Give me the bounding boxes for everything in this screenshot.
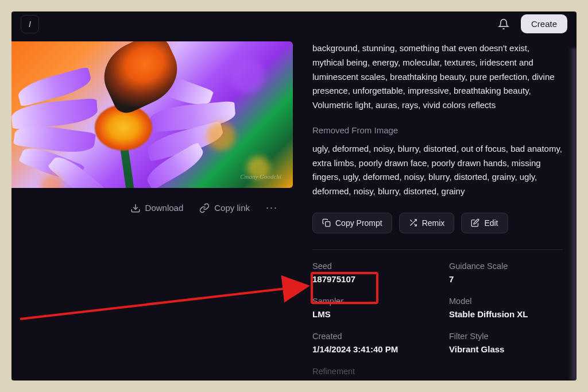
meta-refinement: Refinement — [312, 367, 426, 376]
svg-line-4 — [410, 220, 412, 222]
meta-guidance: Guidance Scale 7 — [449, 262, 563, 284]
meta-seed-label: Seed — [312, 262, 426, 271]
meta-filter: Filter Style Vibrant Glass — [449, 332, 563, 354]
meta-seed-value: 187975107 — [312, 274, 426, 284]
divider — [312, 249, 563, 250]
meta-filter-label: Filter Style — [449, 332, 563, 341]
generated-image[interactable]: Cmany Goodchi — [11, 41, 293, 188]
copy-link-button[interactable]: Copy link — [199, 203, 250, 213]
copy-link-label: Copy link — [214, 203, 250, 213]
meta-sampler: Sampler LMS — [312, 297, 426, 319]
negative-prompt-text: ugly, deformed, noisy, blurry, distorted… — [312, 142, 563, 199]
window-menu-button[interactable]: I — [21, 15, 39, 33]
link-icon — [199, 203, 210, 213]
blur-edge — [568, 48, 577, 381]
meta-seed: Seed 187975107 — [312, 262, 426, 284]
download-label: Download — [145, 203, 184, 213]
meta-created-value: 1/14/2024 3:41:40 PM — [312, 344, 426, 354]
create-button[interactable]: Create — [521, 14, 567, 33]
edit-label: Edit — [484, 218, 498, 228]
remix-button[interactable]: Remix — [399, 213, 455, 233]
meta-model: Model Stable Diffusion XL — [449, 297, 563, 319]
download-button[interactable]: Download — [130, 203, 184, 213]
meta-sampler-label: Sampler — [312, 297, 426, 306]
meta-filter-value: Vibrant Glass — [449, 344, 563, 354]
topbar: I Create — [11, 11, 577, 37]
copy-prompt-button[interactable]: Copy Prompt — [312, 213, 392, 233]
watermark: Cmany Goodchi — [240, 173, 281, 180]
meta-model-label: Model — [449, 297, 563, 306]
prompt-text: background, stunning, something that eve… — [312, 41, 563, 113]
download-icon — [130, 203, 141, 213]
edit-button[interactable]: Edit — [461, 213, 508, 233]
more-options-button[interactable]: ··· — [266, 202, 278, 214]
remix-icon — [409, 218, 417, 227]
bell-icon — [498, 18, 509, 30]
meta-sampler-value: LMS — [312, 309, 426, 319]
svg-rect-1 — [326, 222, 330, 226]
meta-created-label: Created — [312, 332, 426, 341]
copy-prompt-label: Copy Prompt — [335, 218, 382, 228]
meta-refinement-label: Refinement — [312, 367, 426, 376]
meta-guidance-value: 7 — [449, 274, 563, 284]
notifications-button[interactable] — [493, 14, 514, 34]
meta-guidance-label: Guidance Scale — [449, 262, 563, 271]
meta-created: Created 1/14/2024 3:41:40 PM — [312, 332, 426, 354]
image-actions: Download Copy link ··· — [11, 188, 299, 214]
edit-icon — [471, 218, 479, 227]
remix-label: Remix — [422, 218, 445, 228]
removed-from-image-label: Removed From Image — [312, 125, 563, 135]
meta-model-value: Stable Diffusion XL — [449, 309, 563, 319]
metadata-grid: Seed 187975107 Guidance Scale 7 Sampler … — [312, 262, 563, 376]
copy-icon — [322, 218, 331, 227]
